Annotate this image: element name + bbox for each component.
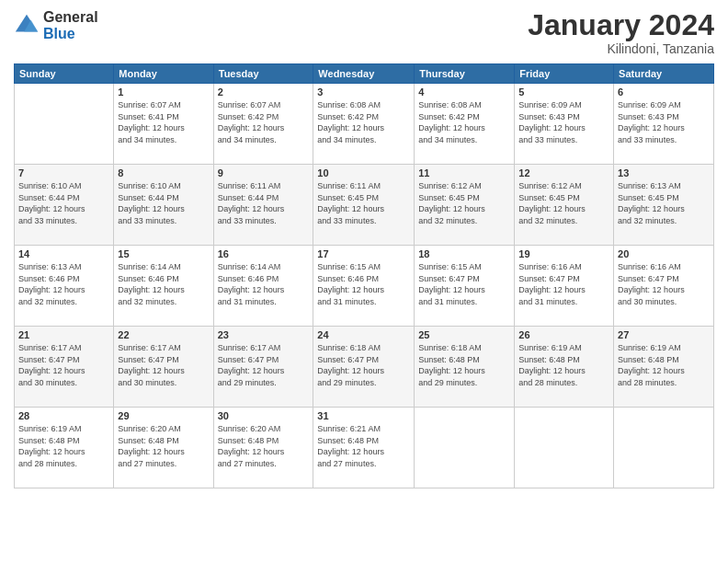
day-info: Sunrise: 6:13 AM Sunset: 6:46 PM Dayligh… <box>18 261 109 307</box>
calendar-cell: 13Sunrise: 6:13 AM Sunset: 6:45 PM Dayli… <box>614 165 714 246</box>
calendar-cell: 29Sunrise: 6:20 AM Sunset: 6:48 PM Dayli… <box>114 408 213 488</box>
calendar-cell: 17Sunrise: 6:15 AM Sunset: 6:46 PM Dayli… <box>313 246 415 327</box>
day-number: 29 <box>118 410 209 421</box>
day-info: Sunrise: 6:09 AM Sunset: 6:43 PM Dayligh… <box>618 99 710 145</box>
calendar-cell: 11Sunrise: 6:12 AM Sunset: 6:45 PM Dayli… <box>415 165 515 246</box>
day-number: 22 <box>118 329 209 340</box>
calendar-cell: 22Sunrise: 6:17 AM Sunset: 6:47 PM Dayli… <box>114 327 213 408</box>
logo-icon <box>14 13 40 39</box>
calendar-week-row: 21Sunrise: 6:17 AM Sunset: 6:47 PM Dayli… <box>15 327 714 408</box>
calendar-cell: 26Sunrise: 6:19 AM Sunset: 6:48 PM Dayli… <box>515 327 614 408</box>
day-info: Sunrise: 6:15 AM Sunset: 6:46 PM Dayligh… <box>317 261 410 307</box>
day-of-week-header: Monday <box>114 64 213 84</box>
day-number: 16 <box>218 248 310 259</box>
day-number: 26 <box>518 329 609 340</box>
calendar-cell: 1Sunrise: 6:07 AM Sunset: 6:41 PM Daylig… <box>114 84 213 165</box>
day-info: Sunrise: 6:10 AM Sunset: 6:44 PM Dayligh… <box>18 180 109 226</box>
calendar-header-row: SundayMondayTuesdayWednesdayThursdayFrid… <box>15 64 714 84</box>
logo: General Blue <box>14 9 98 41</box>
header: General Blue January 2024 Kilindoni, Tan… <box>14 9 714 56</box>
day-info: Sunrise: 6:20 AM Sunset: 6:48 PM Dayligh… <box>218 423 310 469</box>
day-number: 20 <box>618 248 710 259</box>
day-of-week-header: Tuesday <box>213 64 313 84</box>
calendar-table: SundayMondayTuesdayWednesdayThursdayFrid… <box>14 63 714 488</box>
calendar-cell: 10Sunrise: 6:11 AM Sunset: 6:45 PM Dayli… <box>313 165 415 246</box>
day-info: Sunrise: 6:07 AM Sunset: 6:42 PM Dayligh… <box>218 99 310 145</box>
calendar-week-row: 14Sunrise: 6:13 AM Sunset: 6:46 PM Dayli… <box>15 246 714 327</box>
day-info: Sunrise: 6:14 AM Sunset: 6:46 PM Dayligh… <box>118 261 209 307</box>
day-info: Sunrise: 6:14 AM Sunset: 6:46 PM Dayligh… <box>218 261 310 307</box>
day-number: 7 <box>18 167 109 178</box>
calendar-week-row: 7Sunrise: 6:10 AM Sunset: 6:44 PM Daylig… <box>15 165 714 246</box>
day-number: 10 <box>317 167 410 178</box>
calendar-cell: 25Sunrise: 6:18 AM Sunset: 6:48 PM Dayli… <box>415 327 515 408</box>
calendar-cell: 12Sunrise: 6:12 AM Sunset: 6:45 PM Dayli… <box>515 165 614 246</box>
calendar-cell: 31Sunrise: 6:21 AM Sunset: 6:48 PM Dayli… <box>313 408 415 488</box>
calendar-cell <box>614 408 714 488</box>
calendar-cell <box>515 408 614 488</box>
day-info: Sunrise: 6:19 AM Sunset: 6:48 PM Dayligh… <box>518 342 609 388</box>
day-number: 15 <box>118 248 209 259</box>
day-info: Sunrise: 6:21 AM Sunset: 6:48 PM Dayligh… <box>317 423 410 469</box>
day-info: Sunrise: 6:10 AM Sunset: 6:44 PM Dayligh… <box>118 180 209 226</box>
day-info: Sunrise: 6:17 AM Sunset: 6:47 PM Dayligh… <box>118 342 209 388</box>
day-number: 18 <box>418 248 510 259</box>
calendar-cell: 2Sunrise: 6:07 AM Sunset: 6:42 PM Daylig… <box>213 84 313 165</box>
calendar-cell: 8Sunrise: 6:10 AM Sunset: 6:44 PM Daylig… <box>114 165 213 246</box>
calendar-week-row: 28Sunrise: 6:19 AM Sunset: 6:48 PM Dayli… <box>15 408 714 488</box>
day-number: 21 <box>18 329 109 340</box>
day-of-week-header: Thursday <box>415 64 515 84</box>
day-info: Sunrise: 6:16 AM Sunset: 6:47 PM Dayligh… <box>618 261 710 307</box>
calendar-cell: 24Sunrise: 6:18 AM Sunset: 6:47 PM Dayli… <box>313 327 415 408</box>
day-info: Sunrise: 6:07 AM Sunset: 6:41 PM Dayligh… <box>118 99 209 145</box>
logo-blue-label: Blue <box>43 26 98 42</box>
day-info: Sunrise: 6:12 AM Sunset: 6:45 PM Dayligh… <box>418 180 510 226</box>
location-subtitle: Kilindoni, Tanzania <box>528 41 714 56</box>
calendar-cell: 20Sunrise: 6:16 AM Sunset: 6:47 PM Dayli… <box>614 246 714 327</box>
day-number: 23 <box>218 329 310 340</box>
month-title: January 2024 <box>528 9 714 41</box>
day-info: Sunrise: 6:11 AM Sunset: 6:44 PM Dayligh… <box>218 180 310 226</box>
calendar-cell: 7Sunrise: 6:10 AM Sunset: 6:44 PM Daylig… <box>15 165 114 246</box>
day-number: 5 <box>518 86 609 98</box>
day-number: 13 <box>618 167 710 178</box>
day-info: Sunrise: 6:17 AM Sunset: 6:47 PM Dayligh… <box>18 342 109 388</box>
day-info: Sunrise: 6:16 AM Sunset: 6:47 PM Dayligh… <box>518 261 609 307</box>
day-of-week-header: Sunday <box>15 64 114 84</box>
day-number: 24 <box>317 329 410 340</box>
day-of-week-header: Wednesday <box>313 64 415 84</box>
calendar-cell: 16Sunrise: 6:14 AM Sunset: 6:46 PM Dayli… <box>213 246 313 327</box>
day-number: 1 <box>118 86 209 98</box>
day-number: 6 <box>618 86 710 98</box>
day-info: Sunrise: 6:08 AM Sunset: 6:42 PM Dayligh… <box>418 99 510 145</box>
logo-general-label: General <box>43 9 98 26</box>
calendar-cell: 9Sunrise: 6:11 AM Sunset: 6:44 PM Daylig… <box>213 165 313 246</box>
day-info: Sunrise: 6:13 AM Sunset: 6:45 PM Dayligh… <box>618 180 710 226</box>
day-number: 3 <box>317 86 410 98</box>
day-info: Sunrise: 6:19 AM Sunset: 6:48 PM Dayligh… <box>18 423 109 469</box>
day-info: Sunrise: 6:19 AM Sunset: 6:48 PM Dayligh… <box>618 342 710 388</box>
day-info: Sunrise: 6:08 AM Sunset: 6:42 PM Dayligh… <box>317 99 410 145</box>
day-number: 11 <box>418 167 510 178</box>
day-number: 27 <box>618 329 710 340</box>
day-number: 8 <box>118 167 209 178</box>
calendar-cell <box>415 408 515 488</box>
day-info: Sunrise: 6:18 AM Sunset: 6:48 PM Dayligh… <box>418 342 510 388</box>
day-info: Sunrise: 6:12 AM Sunset: 6:45 PM Dayligh… <box>518 180 609 226</box>
calendar-cell <box>15 84 114 165</box>
day-number: 9 <box>218 167 310 178</box>
day-info: Sunrise: 6:20 AM Sunset: 6:48 PM Dayligh… <box>118 423 209 469</box>
calendar-cell: 6Sunrise: 6:09 AM Sunset: 6:43 PM Daylig… <box>614 84 714 165</box>
page: General Blue January 2024 Kilindoni, Tan… <box>0 0 728 563</box>
calendar-cell: 4Sunrise: 6:08 AM Sunset: 6:42 PM Daylig… <box>415 84 515 165</box>
calendar-cell: 27Sunrise: 6:19 AM Sunset: 6:48 PM Dayli… <box>614 327 714 408</box>
day-number: 30 <box>218 410 310 421</box>
day-number: 28 <box>18 410 109 421</box>
calendar-cell: 21Sunrise: 6:17 AM Sunset: 6:47 PM Dayli… <box>15 327 114 408</box>
day-number: 25 <box>418 329 510 340</box>
day-number: 2 <box>218 86 310 98</box>
calendar-cell: 23Sunrise: 6:17 AM Sunset: 6:47 PM Dayli… <box>213 327 313 408</box>
calendar-week-row: 1Sunrise: 6:07 AM Sunset: 6:41 PM Daylig… <box>15 84 714 165</box>
day-number: 31 <box>317 410 410 421</box>
day-info: Sunrise: 6:11 AM Sunset: 6:45 PM Dayligh… <box>317 180 410 226</box>
